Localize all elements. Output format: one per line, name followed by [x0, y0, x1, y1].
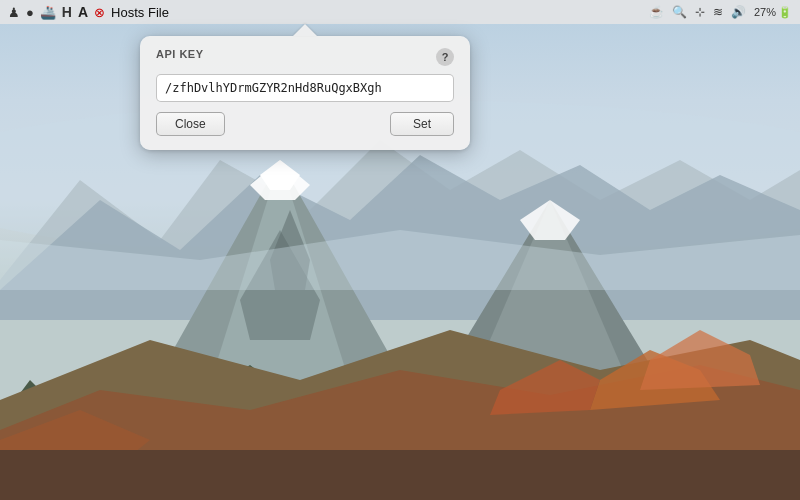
icon-x-circle[interactable]: ⊗: [94, 5, 105, 20]
icon-a[interactable]: A: [78, 4, 88, 20]
app-name: Hosts File: [111, 5, 169, 20]
battery-icon: 🔋: [778, 6, 792, 19]
icon-move[interactable]: ⊹: [695, 5, 705, 19]
wifi-icon[interactable]: ≋: [713, 5, 723, 19]
popup-panel: API KEY ? Close Set: [140, 36, 470, 150]
popup-arrow: [293, 24, 317, 36]
volume-icon[interactable]: 🔊: [731, 5, 746, 19]
icon-docker[interactable]: 🚢: [40, 5, 56, 20]
icon-person[interactable]: ♟: [8, 5, 20, 20]
menubar: ♟ ● 🚢 H A ⊗ Hosts File ☕ 🔍 ⊹ ≋ 🔊 27% 🔋: [0, 0, 800, 24]
api-key-input[interactable]: [156, 74, 454, 102]
icon-chat[interactable]: ●: [26, 5, 34, 20]
set-button[interactable]: Set: [390, 112, 454, 136]
icon-coffee[interactable]: ☕: [649, 5, 664, 19]
menubar-left-icons: ♟ ● 🚢 H A ⊗ Hosts File: [8, 4, 169, 20]
api-key-label: API KEY: [156, 48, 204, 60]
svg-rect-21: [0, 450, 800, 500]
menubar-right-icons: ☕ 🔍 ⊹ ≋ 🔊 27% 🔋: [649, 5, 792, 19]
battery-indicator: 27% 🔋: [754, 6, 792, 19]
icon-h[interactable]: H: [62, 4, 72, 20]
popup-header: API KEY ?: [156, 48, 454, 66]
close-button[interactable]: Close: [156, 112, 225, 136]
search-icon[interactable]: 🔍: [672, 5, 687, 19]
popup-buttons: Close Set: [156, 112, 454, 136]
battery-percent: 27%: [754, 6, 776, 18]
help-button[interactable]: ?: [436, 48, 454, 66]
api-key-popup: API KEY ? Close Set: [140, 24, 470, 150]
